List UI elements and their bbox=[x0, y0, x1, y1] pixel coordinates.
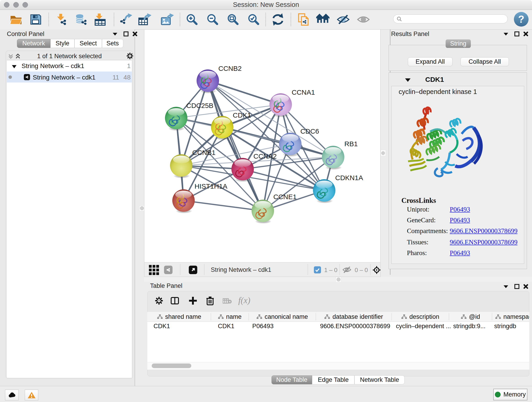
svg-text:HIST1H1A: HIST1H1A bbox=[195, 182, 227, 190]
svg-text:RB1: RB1 bbox=[344, 140, 358, 148]
svg-text:CDKN1A: CDKN1A bbox=[335, 174, 363, 182]
svg-text:CDK1: CDK1 bbox=[233, 111, 251, 119]
svg-text:CDC25B: CDC25B bbox=[186, 102, 213, 109]
svg-text:CDC6: CDC6 bbox=[300, 128, 319, 135]
svg-text:CCNA2: CCNA2 bbox=[253, 153, 277, 160]
svg-text:CCNB1: CCNB1 bbox=[192, 149, 215, 156]
svg-text:CCNA1: CCNA1 bbox=[292, 89, 315, 96]
svg-text:CCNB2: CCNB2 bbox=[218, 65, 242, 72]
svg-text:CCNE1: CCNE1 bbox=[273, 193, 297, 201]
